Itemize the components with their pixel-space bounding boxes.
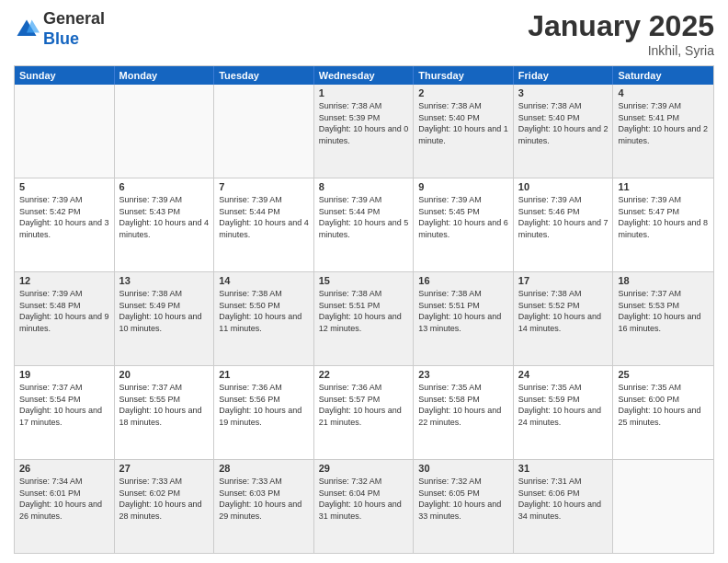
day-info: Sunrise: 7:39 AMSunset: 5:41 PMDaylight:… bbox=[618, 100, 709, 146]
day-info: Sunrise: 7:39 AMSunset: 5:47 PMDaylight:… bbox=[618, 194, 709, 240]
calendar-cell: 28Sunrise: 7:33 AMSunset: 6:03 PMDayligh… bbox=[214, 460, 314, 553]
calendar-cell: 18Sunrise: 7:37 AMSunset: 5:53 PMDayligh… bbox=[613, 272, 713, 365]
day-number: 7 bbox=[219, 181, 309, 192]
day-number: 21 bbox=[219, 369, 309, 380]
calendar-cell: 6Sunrise: 7:39 AMSunset: 5:43 PMDaylight… bbox=[115, 178, 215, 271]
weekday-header: Friday bbox=[514, 66, 614, 85]
day-info: Sunrise: 7:39 AMSunset: 5:48 PMDaylight:… bbox=[19, 288, 109, 334]
calendar-cell bbox=[214, 85, 314, 178]
day-info: Sunrise: 7:38 AMSunset: 5:52 PMDaylight:… bbox=[518, 288, 609, 334]
calendar-cell: 30Sunrise: 7:32 AMSunset: 6:05 PMDayligh… bbox=[414, 460, 514, 553]
day-info: Sunrise: 7:38 AMSunset: 5:40 PMDaylight:… bbox=[418, 100, 508, 146]
weekday-header: Saturday bbox=[613, 66, 713, 85]
calendar-cell: 14Sunrise: 7:38 AMSunset: 5:50 PMDayligh… bbox=[214, 272, 314, 365]
weekday-header: Tuesday bbox=[214, 66, 314, 85]
day-info: Sunrise: 7:39 AMSunset: 5:42 PMDaylight:… bbox=[19, 194, 109, 240]
day-number: 26 bbox=[19, 463, 109, 474]
day-number: 3 bbox=[518, 87, 609, 98]
calendar-cell: 31Sunrise: 7:31 AMSunset: 6:06 PMDayligh… bbox=[514, 460, 614, 553]
day-number: 15 bbox=[319, 275, 409, 286]
day-number: 27 bbox=[119, 463, 210, 474]
day-info: Sunrise: 7:39 AMSunset: 5:43 PMDaylight:… bbox=[119, 194, 210, 240]
day-number: 12 bbox=[19, 275, 109, 286]
calendar-cell: 4Sunrise: 7:39 AMSunset: 5:41 PMDaylight… bbox=[613, 85, 713, 178]
calendar-week: 26Sunrise: 7:34 AMSunset: 6:01 PMDayligh… bbox=[15, 459, 713, 553]
weekday-header: Thursday bbox=[414, 66, 514, 85]
day-info: Sunrise: 7:31 AMSunset: 6:06 PMDaylight:… bbox=[518, 476, 609, 522]
calendar-cell: 16Sunrise: 7:38 AMSunset: 5:51 PMDayligh… bbox=[414, 272, 514, 365]
header: General Blue January 2025 Inkhil, Syria bbox=[14, 9, 714, 58]
day-number: 20 bbox=[119, 369, 210, 380]
day-number: 2 bbox=[418, 87, 508, 98]
day-info: Sunrise: 7:34 AMSunset: 6:01 PMDaylight:… bbox=[19, 476, 109, 522]
day-number: 24 bbox=[518, 369, 609, 380]
calendar-week: 12Sunrise: 7:39 AMSunset: 5:48 PMDayligh… bbox=[15, 271, 713, 365]
day-info: Sunrise: 7:37 AMSunset: 5:54 PMDaylight:… bbox=[19, 382, 109, 428]
weekday-header: Wednesday bbox=[314, 66, 415, 85]
day-number: 30 bbox=[418, 463, 508, 474]
location-title: Inkhil, Syria bbox=[528, 43, 714, 58]
day-number: 17 bbox=[518, 275, 609, 286]
calendar-week: 1Sunrise: 7:38 AMSunset: 5:39 PMDaylight… bbox=[15, 85, 713, 178]
day-info: Sunrise: 7:38 AMSunset: 5:49 PMDaylight:… bbox=[119, 288, 210, 334]
day-number: 4 bbox=[618, 87, 709, 98]
day-info: Sunrise: 7:39 AMSunset: 5:46 PMDaylight:… bbox=[518, 194, 609, 240]
day-info: Sunrise: 7:39 AMSunset: 5:44 PMDaylight:… bbox=[219, 194, 309, 240]
day-number: 5 bbox=[19, 181, 109, 192]
calendar-cell: 22Sunrise: 7:36 AMSunset: 5:57 PMDayligh… bbox=[314, 366, 415, 459]
calendar-cell: 7Sunrise: 7:39 AMSunset: 5:44 PMDaylight… bbox=[214, 178, 314, 271]
calendar-cell bbox=[613, 460, 713, 553]
calendar-cell: 23Sunrise: 7:35 AMSunset: 5:58 PMDayligh… bbox=[414, 366, 514, 459]
day-info: Sunrise: 7:35 AMSunset: 5:58 PMDaylight:… bbox=[418, 382, 508, 428]
day-number: 1 bbox=[319, 87, 409, 98]
day-number: 13 bbox=[119, 275, 210, 286]
day-info: Sunrise: 7:39 AMSunset: 5:45 PMDaylight:… bbox=[418, 194, 508, 240]
calendar-cell: 2Sunrise: 7:38 AMSunset: 5:40 PMDaylight… bbox=[414, 85, 514, 178]
day-number: 6 bbox=[119, 181, 210, 192]
day-number: 31 bbox=[518, 463, 609, 474]
day-info: Sunrise: 7:36 AMSunset: 5:56 PMDaylight:… bbox=[219, 382, 309, 428]
calendar-cell bbox=[115, 85, 215, 178]
calendar-cell: 27Sunrise: 7:33 AMSunset: 6:02 PMDayligh… bbox=[115, 460, 215, 553]
day-number: 29 bbox=[319, 463, 409, 474]
day-number: 11 bbox=[618, 181, 709, 192]
day-number: 9 bbox=[418, 181, 508, 192]
logo-icon bbox=[14, 17, 40, 42]
day-number: 19 bbox=[19, 369, 109, 380]
calendar-cell: 26Sunrise: 7:34 AMSunset: 6:01 PMDayligh… bbox=[15, 460, 115, 553]
day-info: Sunrise: 7:32 AMSunset: 6:04 PMDaylight:… bbox=[319, 476, 409, 522]
calendar-header: SundayMondayTuesdayWednesdayThursdayFrid… bbox=[15, 66, 713, 85]
calendar-cell: 13Sunrise: 7:38 AMSunset: 5:49 PMDayligh… bbox=[115, 272, 215, 365]
logo-general-text: General bbox=[43, 9, 105, 28]
calendar-cell: 21Sunrise: 7:36 AMSunset: 5:56 PMDayligh… bbox=[214, 366, 314, 459]
day-number: 18 bbox=[618, 275, 709, 286]
calendar-cell: 29Sunrise: 7:32 AMSunset: 6:04 PMDayligh… bbox=[314, 460, 415, 553]
logo: General Blue bbox=[14, 9, 105, 49]
calendar-cell: 1Sunrise: 7:38 AMSunset: 5:39 PMDaylight… bbox=[314, 85, 415, 178]
day-info: Sunrise: 7:38 AMSunset: 5:39 PMDaylight:… bbox=[319, 100, 409, 146]
day-number: 8 bbox=[319, 181, 409, 192]
calendar-cell: 25Sunrise: 7:35 AMSunset: 6:00 PMDayligh… bbox=[613, 366, 713, 459]
calendar-cell: 10Sunrise: 7:39 AMSunset: 5:46 PMDayligh… bbox=[514, 178, 614, 271]
weekday-header: Sunday bbox=[15, 66, 115, 85]
day-info: Sunrise: 7:38 AMSunset: 5:51 PMDaylight:… bbox=[418, 288, 508, 334]
logo-blue-text: Blue bbox=[43, 29, 79, 48]
day-info: Sunrise: 7:38 AMSunset: 5:50 PMDaylight:… bbox=[219, 288, 309, 334]
day-info: Sunrise: 7:38 AMSunset: 5:40 PMDaylight:… bbox=[518, 100, 609, 146]
day-info: Sunrise: 7:39 AMSunset: 5:44 PMDaylight:… bbox=[319, 194, 409, 240]
calendar-cell: 11Sunrise: 7:39 AMSunset: 5:47 PMDayligh… bbox=[613, 178, 713, 271]
day-info: Sunrise: 7:36 AMSunset: 5:57 PMDaylight:… bbox=[319, 382, 409, 428]
day-number: 16 bbox=[418, 275, 508, 286]
calendar-cell: 5Sunrise: 7:39 AMSunset: 5:42 PMDaylight… bbox=[15, 178, 115, 271]
day-info: Sunrise: 7:38 AMSunset: 5:51 PMDaylight:… bbox=[319, 288, 409, 334]
day-info: Sunrise: 7:37 AMSunset: 5:55 PMDaylight:… bbox=[119, 382, 210, 428]
calendar-cell: 24Sunrise: 7:35 AMSunset: 5:59 PMDayligh… bbox=[514, 366, 614, 459]
day-number: 23 bbox=[418, 369, 508, 380]
calendar-body: 1Sunrise: 7:38 AMSunset: 5:39 PMDaylight… bbox=[15, 85, 713, 553]
day-info: Sunrise: 7:37 AMSunset: 5:53 PMDaylight:… bbox=[618, 288, 709, 334]
calendar-cell: 19Sunrise: 7:37 AMSunset: 5:54 PMDayligh… bbox=[15, 366, 115, 459]
month-title: January 2025 bbox=[528, 9, 714, 43]
calendar-cell bbox=[15, 85, 115, 178]
title-block: January 2025 Inkhil, Syria bbox=[528, 9, 714, 58]
day-number: 10 bbox=[518, 181, 609, 192]
